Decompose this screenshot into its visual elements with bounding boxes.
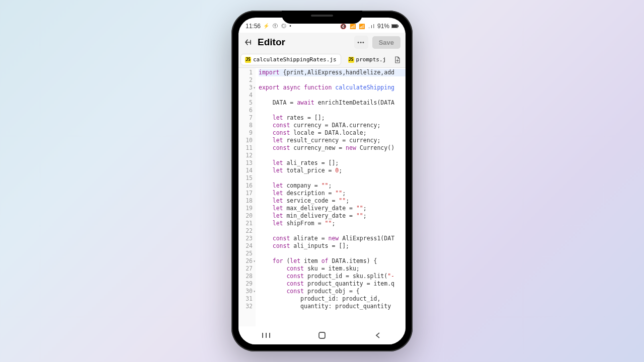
new-file-icon: [394, 56, 401, 63]
topbar: Editor ••• Save: [238, 33, 406, 52]
screen: 11:56 ⚡ ⓣ ◎ • 🔇 📶 📶 .ıl 91% Editor ••• S…: [238, 18, 406, 344]
home-icon: [318, 331, 326, 339]
back-icon: [245, 38, 253, 46]
status-right-icons: 🔇 📶 📶 .ıl: [340, 24, 375, 29]
tab-label: prompts.j: [356, 56, 386, 63]
js-file-icon: JS: [348, 57, 354, 63]
recent-apps-button[interactable]: [251, 332, 281, 339]
new-tab-button[interactable]: [393, 55, 402, 64]
recent-icon: [262, 332, 271, 339]
tab-prompts[interactable]: JS prompts.j: [344, 54, 390, 65]
js-file-icon: JS: [245, 57, 251, 63]
page-title: Editor: [258, 37, 350, 48]
tabs: JS calculateShippingRates.js JS prompts.…: [238, 52, 406, 68]
notch: [282, 11, 362, 24]
status-time: 11:56: [246, 23, 261, 30]
save-button[interactable]: Save: [372, 36, 400, 49]
back-button[interactable]: [244, 37, 254, 47]
tab-label: calculateShippingRates.js: [253, 56, 337, 63]
phone-frame: 11:56 ⚡ ⓣ ◎ • 🔇 📶 📶 .ıl 91% Editor ••• S…: [231, 11, 413, 351]
chevron-left-icon: [374, 332, 381, 339]
status-battery: 91%: [377, 23, 389, 30]
more-button[interactable]: •••: [354, 36, 368, 49]
battery-icon: [391, 23, 398, 30]
line-gutter: 123▾456789101112131415161718192021222324…: [238, 68, 256, 329]
android-nav-bar: [238, 326, 406, 344]
code-area[interactable]: import {print,AliExpress,handlelize,adde…: [256, 68, 406, 329]
tab-calculate-shipping[interactable]: JS calculateShippingRates.js: [240, 54, 341, 65]
more-icon: •••: [357, 39, 365, 45]
status-left-icons: ⚡ ⓣ ◎ •: [263, 23, 292, 30]
android-back-button[interactable]: [363, 332, 393, 339]
svg-rect-1: [392, 25, 397, 28]
svg-rect-2: [397, 25, 398, 27]
svg-rect-6: [319, 332, 325, 338]
code-editor[interactable]: 123▾456789101112131415161718192021222324…: [238, 68, 406, 329]
home-button[interactable]: [307, 331, 337, 339]
